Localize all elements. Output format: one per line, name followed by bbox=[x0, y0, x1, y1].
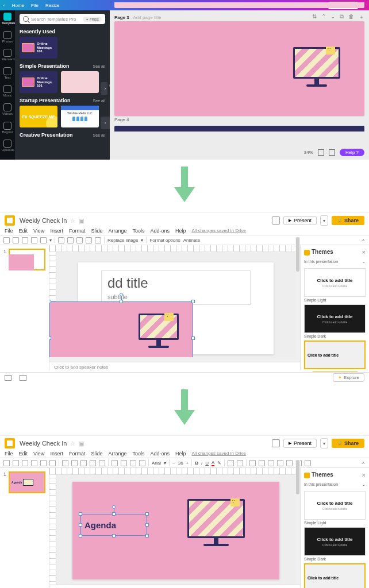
clear-format-icon[interactable] bbox=[305, 460, 311, 466]
themes-subheader[interactable]: In this presentation⌄ bbox=[304, 481, 366, 489]
resize-handle[interactable] bbox=[112, 534, 116, 537]
comment-icon[interactable] bbox=[237, 460, 243, 466]
image-icon[interactable] bbox=[80, 460, 87, 466]
document-title[interactable]: Weekly Check In bbox=[20, 440, 67, 447]
menu-edit[interactable]: Edit bbox=[19, 451, 28, 457]
template-simple-1[interactable]: OnlineMeetings101 bbox=[20, 71, 57, 93]
scroll-right-icon-2[interactable]: › bbox=[101, 117, 110, 129]
page-delete-icon[interactable]: 🗑 bbox=[348, 13, 354, 21]
menu-addons[interactable]: Add-ons bbox=[150, 228, 170, 234]
print-icon[interactable] bbox=[31, 460, 37, 466]
select-icon[interactable] bbox=[58, 237, 64, 243]
template-simple-2[interactable] bbox=[61, 71, 99, 93]
toolbar-collapse-icon[interactable]: ㅅ bbox=[361, 237, 366, 243]
redo-icon[interactable] bbox=[22, 237, 28, 243]
line-spacing-icon[interactable] bbox=[259, 460, 265, 466]
see-all-creative[interactable]: See all bbox=[93, 133, 105, 137]
rail-videos[interactable]: Videos bbox=[2, 103, 13, 116]
menu-view[interactable]: View bbox=[33, 228, 44, 234]
themes-subheader[interactable]: In this presentation⌄ bbox=[304, 258, 366, 266]
title-placeholder[interactable]: dd title subtitle bbox=[101, 270, 251, 305]
undo-icon[interactable] bbox=[13, 237, 19, 243]
rotate-handle[interactable] bbox=[112, 505, 116, 509]
paint-icon[interactable] bbox=[40, 237, 47, 243]
rail-text[interactable]: Text bbox=[2, 67, 13, 80]
explore-button[interactable]: Explore bbox=[333, 373, 364, 382]
image-icon[interactable] bbox=[76, 237, 83, 243]
font-size[interactable]: 36 bbox=[178, 461, 183, 466]
menu-view[interactable]: View bbox=[33, 451, 44, 457]
menu-tools[interactable]: Tools bbox=[132, 228, 144, 234]
canva-nav-file[interactable]: File bbox=[31, 3, 39, 8]
grid-view-icon[interactable] bbox=[318, 149, 324, 156]
toolbar-collapse-icon[interactable]: ㅅ bbox=[361, 460, 366, 466]
bulleted-list-icon[interactable] bbox=[277, 460, 283, 466]
underline-icon[interactable]: U bbox=[205, 461, 209, 466]
horizontal-scrollbar[interactable] bbox=[49, 357, 295, 362]
resize-handle[interactable] bbox=[49, 336, 51, 340]
canva-nav-home[interactable]: Home bbox=[12, 3, 24, 8]
grid-view-icon[interactable] bbox=[20, 375, 26, 381]
menu-file[interactable]: File bbox=[5, 451, 13, 457]
close-themes-icon[interactable]: × bbox=[362, 471, 366, 478]
slide-stage[interactable]: dd title subtitle bbox=[78, 262, 274, 354]
menu-arrange[interactable]: Arrange bbox=[108, 451, 126, 457]
page-add-icon[interactable]: ＋ bbox=[359, 13, 364, 21]
resize-handle[interactable] bbox=[145, 512, 149, 516]
menu-insert[interactable]: Insert bbox=[50, 228, 63, 234]
fill-icon[interactable] bbox=[112, 460, 118, 466]
zoom-select[interactable]: ▾ bbox=[49, 238, 52, 243]
present-dropdown[interactable]: ▾ bbox=[320, 438, 328, 448]
menu-file[interactable]: File bbox=[5, 228, 13, 234]
star-icon[interactable]: ☆ bbox=[70, 218, 75, 224]
border-dash-icon[interactable] bbox=[139, 460, 145, 466]
page-expand-icon[interactable]: ⌃ bbox=[321, 13, 326, 21]
star-icon[interactable]: ☆ bbox=[70, 440, 75, 447]
slide-4-peek[interactable] bbox=[114, 126, 364, 131]
save-status[interactable]: All changes saved in Drive bbox=[192, 451, 246, 457]
comments-icon[interactable] bbox=[272, 439, 280, 447]
slide-3-canvas[interactable] bbox=[114, 21, 364, 116]
textbox-icon[interactable] bbox=[71, 460, 78, 466]
free-filter-pill[interactable]: ✦ FREE bbox=[83, 17, 102, 22]
resize-handle[interactable] bbox=[145, 534, 149, 537]
resize-handle[interactable] bbox=[191, 300, 195, 303]
page-move-up-icon[interactable]: ⇅ bbox=[312, 13, 317, 21]
template-online-meetings[interactable]: OnlineMeetings101 bbox=[20, 37, 57, 59]
resize-handle[interactable] bbox=[79, 523, 82, 527]
resize-handle[interactable] bbox=[145, 523, 149, 527]
menu-help[interactable]: Help bbox=[175, 451, 186, 457]
animate-menu[interactable]: Animate bbox=[183, 238, 200, 243]
rail-templates[interactable]: Templates bbox=[2, 13, 13, 25]
rail-uploads[interactable]: Uploads bbox=[2, 140, 13, 152]
page-3-label[interactable]: Page 3 - Add page title bbox=[114, 13, 161, 21]
gslides-present-button[interactable]: Present bbox=[283, 439, 317, 448]
gslides-share-button[interactable]: Share bbox=[332, 216, 364, 225]
move-icon[interactable]: ▣ bbox=[79, 218, 84, 224]
resize-handle[interactable] bbox=[79, 534, 82, 537]
font-select[interactable]: Arial bbox=[152, 461, 161, 466]
slides-logo-icon[interactable] bbox=[5, 215, 15, 226]
back-chevron-icon[interactable]: ‹ bbox=[3, 3, 5, 8]
thumbnail-1[interactable]: Agenda bbox=[9, 471, 45, 493]
vertical-scrollbar[interactable] bbox=[295, 237, 300, 362]
template-startup-2[interactable]: Wilshire Media LLC bbox=[61, 106, 99, 127]
page-duplicate-icon[interactable]: ⧉ bbox=[340, 13, 344, 21]
link-icon[interactable] bbox=[228, 460, 234, 466]
move-icon[interactable]: ▣ bbox=[79, 440, 84, 447]
slides-logo-icon[interactable] bbox=[5, 438, 15, 448]
filmstrip-view-icon[interactable] bbox=[5, 375, 11, 381]
indent-dec-icon[interactable] bbox=[286, 460, 293, 466]
line-icon[interactable] bbox=[95, 237, 101, 243]
resize-handle[interactable] bbox=[120, 300, 123, 303]
resize-handle[interactable] bbox=[79, 512, 82, 516]
border-color-icon[interactable] bbox=[121, 460, 127, 466]
text-color-icon[interactable]: A bbox=[212, 460, 214, 466]
menu-arrange[interactable]: Arrange bbox=[108, 228, 126, 234]
comments-icon[interactable] bbox=[272, 216, 280, 225]
page-4-label[interactable]: Page 4 bbox=[114, 116, 364, 123]
line-icon[interactable] bbox=[99, 460, 105, 466]
vertical-scrollbar[interactable] bbox=[295, 460, 300, 585]
document-title[interactable]: Weekly Check In bbox=[20, 217, 67, 224]
theme-simple-light[interactable]: Click to add titleClick to add subtitle bbox=[304, 491, 366, 520]
